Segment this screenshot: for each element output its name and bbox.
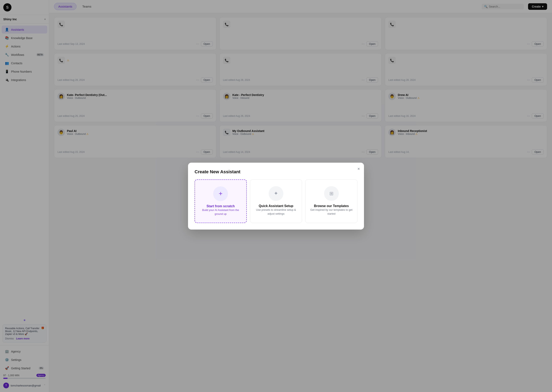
modal-option-desc: Use presets to streamline setup & adjust… xyxy=(254,208,298,216)
modal-option-scratch[interactable]: + Start from scratch Build your AI Assis… xyxy=(195,179,247,223)
create-assistant-modal: Create New Assistant × + Start from scra… xyxy=(188,163,364,230)
modal-options: + Start from scratch Build your AI Assis… xyxy=(195,179,357,223)
modal-overlay[interactable]: Create New Assistant × + Start from scra… xyxy=(0,0,552,392)
modal-option-title: Start from scratch xyxy=(199,204,242,208)
modal-option-desc: Build your AI Assistant from the ground … xyxy=(199,208,242,216)
modal-close-button[interactable]: × xyxy=(357,167,360,171)
templates-icon: ⊞ xyxy=(324,186,339,201)
quick-setup-icon: ✦ xyxy=(269,186,283,201)
modal-option-title: Quick Assistant Setup xyxy=(254,204,298,208)
modal-option-title: Browse our Templates xyxy=(310,204,353,208)
modal-option-templates[interactable]: ⊞ Browse our Templates Get inspired by o… xyxy=(305,179,357,223)
modal-option-desc: Get inspired by our templates to get sta… xyxy=(310,208,353,216)
scratch-icon: + xyxy=(213,186,228,201)
modal-title: Create New Assistant xyxy=(195,169,357,175)
modal-option-quick[interactable]: ✦ Quick Assistant Setup Use presets to s… xyxy=(250,179,302,223)
